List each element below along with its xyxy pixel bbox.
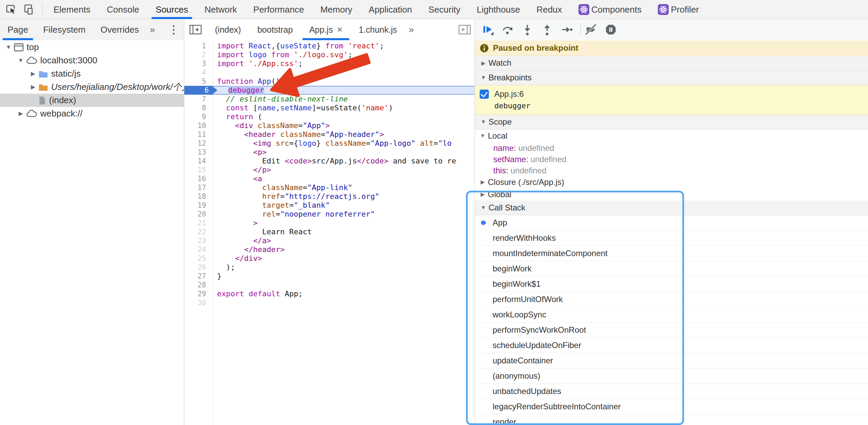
line-number-14[interactable]: 14 xyxy=(184,157,213,166)
nav-tab-overrides[interactable]: Overrides xyxy=(93,19,146,40)
watch-section-header[interactable]: ▶ Watch xyxy=(475,56,868,70)
code-line-content[interactable]: </a> xyxy=(213,236,271,245)
line-number-1[interactable]: 1 xyxy=(184,42,213,50)
line-number-7[interactable]: 7 xyxy=(184,95,213,104)
scope-local-row[interactable]: ▼Local xyxy=(475,129,868,142)
tree-item-top[interactable]: ▼top xyxy=(0,41,184,54)
tree-expand-arrow[interactable]: ▼ xyxy=(3,44,14,51)
code-line-content[interactable]: return ( xyxy=(213,112,262,121)
tree-item-localhost-3000[interactable]: ▼localhost:3000 xyxy=(0,54,184,67)
step-over-button[interactable] xyxy=(501,23,514,36)
scope-var-this[interactable]: this: undefined xyxy=(475,165,868,176)
code-line-content[interactable]: // eslint-disable-next-line xyxy=(213,95,348,104)
code-line-content[interactable]: <div className="App"> xyxy=(213,121,330,130)
more-editor-tabs-chevron[interactable]: » xyxy=(405,24,418,35)
tree-collapse-arrow[interactable]: ▶ xyxy=(28,70,38,77)
callstack-frame-app[interactable]: App xyxy=(475,215,868,231)
breakpoint-entry[interactable]: App.js:6 debugger xyxy=(475,85,868,115)
callstack-frame-legacyrendersubtreeintocontainer[interactable]: legacyRenderSubtreeIntoContainer xyxy=(475,399,868,414)
line-number-13[interactable]: 13 xyxy=(184,148,213,157)
tab-elements[interactable]: Elements xyxy=(45,0,98,19)
code-line-content[interactable]: </header> xyxy=(213,245,285,254)
more-nav-tabs-chevron[interactable]: » xyxy=(146,24,159,35)
line-number-20[interactable]: 20 xyxy=(184,210,213,219)
line-number-27[interactable]: 27 xyxy=(184,272,213,281)
tab-lighthouse[interactable]: Lighthouse xyxy=(468,0,528,19)
code-line-content[interactable]: function App() { xyxy=(213,77,289,86)
code-line-content[interactable]: <p> xyxy=(213,148,267,157)
code-line-content[interactable]: import logo from './logo.svg'; xyxy=(213,50,352,59)
breakpoint-location[interactable]: App.js:6 xyxy=(494,89,524,99)
callstack-frame-performunitofwork[interactable]: performUnitOfWork xyxy=(475,292,868,307)
callstack-frame-scheduleupdateonfiber[interactable]: scheduleUpdateOnFiber xyxy=(475,338,868,353)
line-number-17[interactable]: 17 xyxy=(184,183,213,192)
line-number-3[interactable]: 3 xyxy=(184,59,213,68)
scope-var-setname[interactable]: setName: undefined xyxy=(475,154,868,165)
code-line-content[interactable]: > xyxy=(213,219,258,227)
line-number-28[interactable]: 28 xyxy=(184,281,213,289)
tab-profiler[interactable]: Profiler xyxy=(650,0,707,19)
line-number-15[interactable]: 15 xyxy=(184,166,213,174)
code-line-content[interactable]: className="App-link" xyxy=(213,183,352,192)
device-toolbar-icon[interactable] xyxy=(22,3,35,16)
line-number-12[interactable]: 12 xyxy=(184,139,213,148)
close-tab-icon[interactable]: × xyxy=(337,25,342,35)
source-editor[interactable]: 1import React,{useState} from 'react';2i… xyxy=(184,41,475,425)
line-number-23[interactable]: 23 xyxy=(184,236,213,245)
line-number-2[interactable]: 2 xyxy=(184,50,213,59)
tab-console[interactable]: Console xyxy=(98,0,147,19)
code-line-content[interactable] xyxy=(213,298,217,307)
line-number-26[interactable]: 26 xyxy=(184,263,213,272)
callstack-frame-updatecontainer[interactable]: updateContainer xyxy=(475,353,868,368)
callstack-frame-render[interactable]: render xyxy=(475,414,868,425)
code-line-content[interactable]: export default App; xyxy=(213,289,303,298)
nav-tab-filesystem[interactable]: Filesystem xyxy=(36,19,93,40)
code-line-content[interactable]: } xyxy=(213,272,221,281)
line-number-8[interactable]: 8 xyxy=(184,104,213,112)
callstack-frame-performsyncworkonroot[interactable]: performSyncWorkOnRoot xyxy=(475,322,868,338)
callstack-frame-beginwork-1[interactable]: beginWork$1 xyxy=(475,277,868,292)
code-line-content[interactable]: href="https://reactjs.org" xyxy=(213,192,379,201)
tab-components[interactable]: Components xyxy=(570,0,650,19)
inspect-element-icon[interactable] xyxy=(5,3,17,16)
line-number-19[interactable]: 19 xyxy=(184,201,213,210)
breakpoints-section-header[interactable]: ▼ Breakpoints xyxy=(475,70,868,85)
line-number-24[interactable]: 24 xyxy=(184,245,213,254)
line-number-4[interactable]: 4 xyxy=(184,68,213,77)
code-line-content[interactable]: import React,{useState} from 'react'; xyxy=(213,42,384,50)
code-line-content[interactable]: <header className="App-header"> xyxy=(213,130,384,139)
tree-collapse-arrow[interactable]: ▶ xyxy=(16,110,26,117)
code-line-content[interactable]: Learn React xyxy=(213,227,312,236)
tree-item-users-hejialiang-desktop-work[interactable]: ▶Users/hejialiang/Desktop/work/个人代码 xyxy=(0,80,184,94)
line-number-6[interactable]: 6 xyxy=(184,86,217,95)
code-line-content[interactable]: debugger xyxy=(217,86,264,95)
line-number-21[interactable]: 21 xyxy=(184,219,213,227)
callstack-section-header[interactable]: ▼ Call Stack xyxy=(475,201,868,215)
tab-security[interactable]: Security xyxy=(420,0,469,19)
scope-global-row[interactable]: ▶Global xyxy=(475,188,868,201)
step-into-button[interactable] xyxy=(521,23,534,36)
navigator-menu-kebab-icon[interactable]: ⋮ xyxy=(168,19,179,40)
tab-sources[interactable]: Sources xyxy=(148,0,196,19)
line-number-10[interactable]: 10 xyxy=(184,121,213,130)
callstack-frame-mountindeterminatecomponent[interactable]: mountIndeterminateComponent xyxy=(475,246,868,261)
scope-section-header[interactable]: ▼ Scope xyxy=(475,115,868,129)
code-line-content[interactable]: </p> xyxy=(213,166,271,174)
step-button[interactable] xyxy=(560,23,574,36)
breakpoint-checkbox[interactable] xyxy=(480,90,489,99)
tab-redux[interactable]: Redux xyxy=(528,0,570,19)
callstack-frame-anonymous[interactable]: (anonymous) xyxy=(475,368,868,384)
code-line-content[interactable]: const [name,setName]=useState('name') xyxy=(213,104,393,112)
editor-tab-bootstrap[interactable]: bootstrap xyxy=(249,19,301,40)
nav-tab-page[interactable]: Page xyxy=(0,19,36,40)
callstack-frame-beginwork[interactable]: beginWork xyxy=(475,261,868,277)
line-number-29[interactable]: 29 xyxy=(184,289,213,298)
tab-memory[interactable]: Memory xyxy=(312,0,360,19)
callstack-frame-renderwithhooks[interactable]: renderWithHooks xyxy=(475,231,868,246)
code-line-content[interactable]: ); xyxy=(213,263,235,272)
line-number-16[interactable]: 16 xyxy=(184,174,213,183)
tree-item-index[interactable]: (index) xyxy=(0,94,184,107)
code-line-content[interactable]: <img src={logo} className="App-logo" alt… xyxy=(213,139,452,148)
step-out-button[interactable] xyxy=(540,23,554,36)
breakpoint-snippet[interactable]: debugger xyxy=(475,100,868,112)
